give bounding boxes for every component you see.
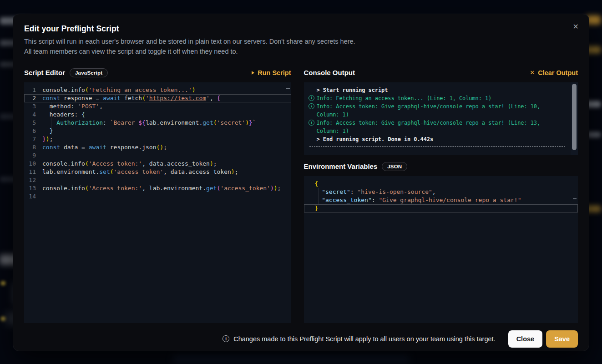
code-line[interactable]: 10console.info('Access token:', data.acc… (24, 160, 291, 168)
code-token: } (50, 127, 53, 135)
code-token: 'Fetching an access token...' (89, 86, 192, 94)
code-line[interactable]: 3 method: 'POST', (24, 102, 291, 111)
code-line[interactable]: 9 (24, 152, 291, 160)
code-token: ; (50, 135, 53, 143)
console-entry: iInfo: Access token: Give graphql-hive/c… (307, 119, 566, 135)
info-circle-icon: i (309, 103, 314, 109)
info-circle-icon: i (307, 102, 317, 119)
info-circle-icon: i (309, 120, 314, 126)
code-token: ( (217, 184, 221, 192)
code-token: console.info (42, 86, 85, 94)
code-line[interactable]: 4 headers: { (24, 111, 291, 119)
code-line[interactable]: 8const data = await response.json(); (24, 143, 291, 152)
modal-title: Edit your Preflight Script (24, 24, 578, 34)
line-number: 1 (24, 86, 42, 94)
console-entry: > Start running script (307, 86, 566, 94)
code-token: ) (245, 119, 249, 127)
clear-output-button[interactable]: ✕ Clear Output (530, 69, 578, 76)
code-token: } (42, 135, 46, 143)
clear-output-label: Clear Output (538, 69, 578, 76)
code-token: headers: (42, 111, 81, 119)
run-script-button[interactable]: Run Script (252, 69, 291, 76)
environment-variables-header: Environment Variables JSON (304, 161, 578, 172)
code-token: fetch (121, 94, 142, 102)
code-line[interactable]: { (304, 180, 578, 188)
code-line[interactable]: "access_token": "Give graphql-hive/conso… (304, 196, 578, 204)
code-token: 'access_token' (220, 184, 270, 192)
code-token: ) (160, 143, 163, 152)
script-editor-title: Script Editor (24, 69, 65, 76)
console-entry: iInfo: Fetching an access token... (Line… (307, 94, 566, 102)
line-number: 4 (24, 111, 42, 119)
code-token: "access_token" (322, 196, 372, 204)
console-header: Console Output ✕ Clear Output (304, 67, 578, 79)
code-token: { (315, 180, 319, 188)
preflight-script-modal: ✕ Edit your Preflight Script This script… (13, 14, 589, 351)
code-token: ( (85, 184, 89, 192)
code-token: get (206, 184, 217, 192)
code-token: `Bearer (110, 119, 139, 127)
close-icon[interactable]: ✕ (570, 20, 582, 33)
line-number: 8 (24, 143, 42, 152)
code-token: ( (110, 168, 114, 176)
code-line[interactable]: 12 (24, 176, 291, 184)
code-line[interactable]: 2const response = await fetch('https://t… (24, 94, 291, 102)
code-token: ( (142, 94, 146, 102)
code-token: ) (274, 184, 278, 192)
code-token: ; (278, 184, 281, 192)
code-token: ) (192, 86, 196, 94)
code-token: ) (46, 135, 50, 143)
script-editor-header: Script Editor JavaScript Run Script (24, 67, 291, 79)
code-token (315, 196, 322, 204)
code-token: await (89, 143, 106, 152)
code-line[interactable]: 1console.info('Fetching an access token.… (24, 86, 291, 94)
info-icon: i (223, 335, 229, 342)
code-line[interactable]: 11lab.environment.set('access_token', da… (24, 168, 291, 176)
code-token: 'POST' (78, 102, 99, 111)
code-token: Authorization (56, 119, 103, 127)
code-token: 'access_token' (114, 168, 164, 176)
code-line[interactable]: 6 } (24, 127, 291, 135)
line-number: 2 (24, 94, 42, 102)
line-number: 13 (24, 184, 42, 192)
code-line[interactable]: 13console.info('Access token:', lab.envi… (24, 184, 291, 192)
code-token (315, 188, 322, 196)
play-icon (252, 71, 254, 75)
code-line[interactable]: } (304, 204, 578, 212)
code-token: ) (270, 184, 274, 192)
code-token: method: (42, 102, 78, 111)
console-entry: > End running script. Done in 0.442s (307, 135, 566, 143)
code-line[interactable]: 14 (24, 192, 291, 201)
line-number: 10 (24, 160, 42, 168)
save-button[interactable]: Save (546, 330, 578, 348)
line-number: 9 (24, 152, 42, 160)
console-entry-indent (307, 135, 317, 143)
console-entry-text: Info: Fetching an access token... (Line:… (317, 94, 566, 102)
run-script-label: Run Script (258, 69, 291, 76)
code-token: ; (235, 168, 238, 176)
console-title: Console Output (304, 69, 355, 76)
code-line[interactable]: "secret": "hive-is-open-source", (304, 188, 578, 196)
close-button[interactable]: Close (508, 330, 543, 348)
script-editor-section: Script Editor JavaScript Run Script 1con… (24, 67, 291, 323)
code-token: 'Access token:' (89, 160, 142, 168)
clear-icon: ✕ (530, 69, 535, 76)
line-number: 12 (24, 176, 42, 184)
code-token: : (103, 119, 110, 127)
code-token: { (81, 111, 85, 119)
environment-variables-editor[interactable]: { "secret": "hive-is-open-source", "acce… (304, 176, 578, 323)
line-number: 11 (24, 168, 42, 176)
console-scrollbar-track[interactable] (571, 82, 578, 155)
code-line[interactable]: 7}); (24, 135, 291, 143)
code-token: , lab.environment. (142, 184, 206, 192)
code-token: , (210, 94, 217, 102)
console-entry-text: > Start running script (317, 86, 566, 94)
code-token: "hive-is-open-source" (357, 188, 432, 196)
console-scrollbar-thumb[interactable] (572, 84, 577, 150)
code-token: , data.access_token (142, 160, 210, 168)
code-token: response.json (106, 143, 157, 152)
code-line[interactable]: 5 Authorization: `Bearer ${lab.environme… (24, 119, 291, 127)
script-editor-code[interactable]: 1console.info('Fetching an access token.… (24, 82, 291, 323)
footer-note-wrap: i Changes made to this Preflight Script … (223, 335, 495, 343)
code-token: const (42, 143, 60, 152)
